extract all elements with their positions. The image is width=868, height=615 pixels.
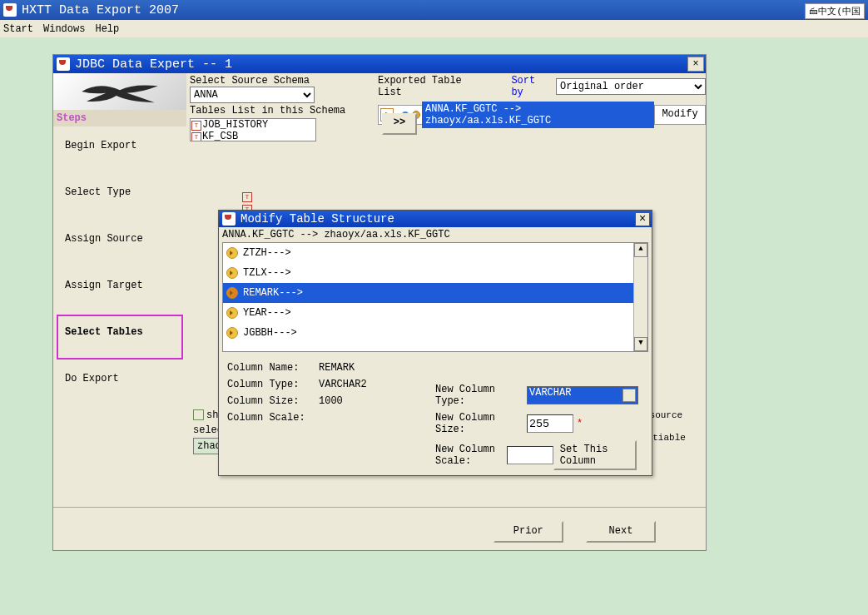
arrow-icon <box>226 307 238 319</box>
schema-label: Select Source Schema <box>190 75 356 87</box>
app-titlebar: HXTT Data Export 2007 <box>0 0 868 20</box>
exported-header: Exported Table List <box>378 75 485 98</box>
step-begin-export[interactable]: Begin Export <box>57 128 183 173</box>
close-button[interactable]: × <box>687 57 704 72</box>
table-icon: T <box>191 132 201 141</box>
tables-list[interactable]: TJOB_HISTORY TKF_CSB <box>190 118 316 141</box>
scroll-up-icon[interactable]: ▲ <box>634 243 647 257</box>
arrow-icon <box>226 287 238 299</box>
col-scale-label: Column Scale: <box>227 412 319 424</box>
dialog-titlebar: Modify Table Structure × <box>219 211 652 227</box>
schema-select[interactable]: ANNA <box>190 87 315 103</box>
sortby-select[interactable]: Original order <box>556 78 706 95</box>
app-title: HXTT Data Export 2007 <box>22 3 179 17</box>
arrow-icon <box>226 267 238 279</box>
exported-path: ANNA.KF_GGTC --> zhaoyx/aa.xls.KF_GGTC <box>422 102 654 128</box>
menubar: Start Windows Help <box>0 20 868 38</box>
new-scale-label: New Column Scale: <box>435 444 507 467</box>
col-size-label: Column Size: <box>227 395 319 407</box>
scroll-down-icon[interactable]: ▼ <box>634 337 647 351</box>
modify-table-dialog: Modify Table Structure × ANNA.KF_GGTC --… <box>218 210 652 476</box>
menu-windows[interactable]: Windows <box>43 23 85 35</box>
dialog-close-button[interactable]: × <box>635 212 650 226</box>
column-list[interactable]: ZTZH---> TZLX---> REMARK---> YEAR---> JG… <box>222 242 648 352</box>
window-titlebar: JDBC Data Expert -- 1 × <box>53 55 706 73</box>
dialog-path: ANNA.KF_GGTC --> zhaoyx/aa.xls.KF_GGTC <box>219 227 652 242</box>
show-tables-checkbox[interactable] <box>193 409 204 420</box>
column-row: YEAR---> <box>223 303 647 323</box>
column-row: JGBBH---> <box>223 323 647 343</box>
new-size-label: New Column Size: <box>435 412 527 435</box>
exported-row[interactable]: ▸ → ANNA.KF_GGTC --> zhaoyx/aa.xls.KF_GG… <box>378 105 706 125</box>
sortby-label: Sort by <box>511 75 551 98</box>
menu-start[interactable]: Start <box>3 23 33 35</box>
dialog-title: Modify Table Structure <box>241 212 394 226</box>
step-select-type[interactable]: Select Type <box>57 175 183 220</box>
desktop: JDBC Data Expert -- 1 × Steps Begin Expo… <box>0 37 868 615</box>
new-type-label: New Column Type: <box>435 384 527 407</box>
scrollbar[interactable]: ▲▼ <box>633 243 647 351</box>
step-do-export[interactable]: Do Export <box>57 361 183 406</box>
required-asterisk: * <box>577 418 583 429</box>
step-assign-source[interactable]: Assign Source <box>57 221 183 266</box>
prior-button[interactable]: Prior <box>494 521 563 543</box>
table-icon: T <box>242 192 252 202</box>
java-icon <box>3 3 17 17</box>
window-title: JDBC Data Expert -- 1 <box>75 57 232 72</box>
new-type-select[interactable]: VARCHAR <box>527 386 638 404</box>
new-size-input[interactable] <box>527 414 573 433</box>
col-type-value: VARCHAR2 <box>319 379 367 390</box>
next-button[interactable]: Next <box>586 521 656 543</box>
arrow-icon <box>226 247 238 259</box>
forward-button[interactable]: >> <box>382 113 417 135</box>
col-name-value: REMARK <box>319 362 355 374</box>
tables-label: Tables List in this Schema <box>190 105 356 117</box>
table-row: TJOB_HISTORY <box>191 119 315 131</box>
step-assign-target[interactable]: Assign Target <box>57 268 183 313</box>
col-size-value: 1000 <box>319 395 343 407</box>
col-type-label: Column Type: <box>227 379 319 390</box>
arrow-icon <box>226 327 238 339</box>
java-icon <box>57 57 70 71</box>
column-row: ZTZH---> <box>223 243 647 263</box>
table-row: TKF_CSB <box>191 131 315 141</box>
column-row: TZLX---> <box>223 263 647 283</box>
footer: Prior Next <box>53 507 706 563</box>
col-name-label: Column Name: <box>227 362 319 374</box>
steps-panel: Steps Begin Export Select Type Assign So… <box>53 73 186 507</box>
step-select-tables[interactable]: Select Tables <box>57 315 183 360</box>
steps-header: Steps <box>53 110 186 126</box>
java-icon <box>222 212 236 226</box>
ime-indicator[interactable]: 🖮中文(中国 <box>805 3 865 19</box>
eagle-logo <box>53 73 186 110</box>
new-scale-input[interactable] <box>507 446 553 464</box>
set-column-button[interactable]: Set This Column <box>553 440 637 470</box>
column-row-selected: REMARK---> <box>223 283 647 303</box>
menu-help[interactable]: Help <box>95 23 119 35</box>
table-icon: T <box>191 121 201 131</box>
modify-button[interactable]: Modify <box>654 106 705 124</box>
